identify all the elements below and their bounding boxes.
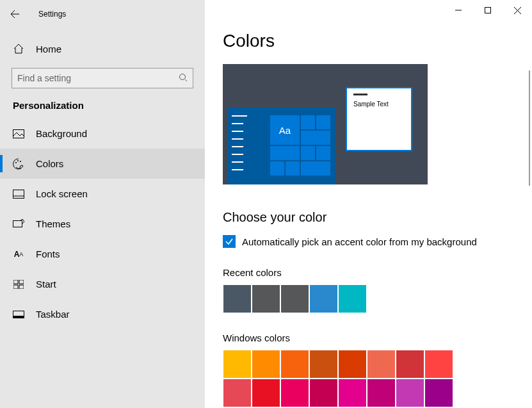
- color-swatch[interactable]: [424, 379, 453, 407]
- preview-desktop: Aa: [228, 108, 335, 184]
- color-swatch[interactable]: [252, 284, 280, 313]
- preview-menu-lines: [232, 115, 264, 177]
- picture-icon: [13, 129, 24, 138]
- nav-label: Lock screen: [36, 188, 88, 199]
- content-area: Colors Aa Sample Text Choose your colo: [205, 0, 532, 408]
- arrow-left-icon: [10, 9, 20, 19]
- svg-rect-9: [13, 285, 18, 289]
- themes-icon: [13, 219, 24, 229]
- nav-label: Colors: [36, 158, 63, 169]
- color-swatch[interactable]: [396, 379, 424, 407]
- preview-aa-tile: Aa: [270, 115, 300, 145]
- window-title: Settings: [38, 10, 66, 19]
- color-swatch[interactable]: [367, 379, 396, 407]
- page-title: Colors: [223, 31, 514, 51]
- search-box[interactable]: [12, 68, 193, 88]
- color-swatch[interactable]: [309, 379, 338, 407]
- home-button[interactable]: Home: [12, 36, 193, 61]
- color-swatch[interactable]: [338, 379, 367, 407]
- svg-point-3: [17, 160, 19, 161]
- color-swatch[interactable]: [223, 350, 252, 379]
- svg-rect-12: [13, 316, 24, 318]
- preview-sample-text: Sample Text: [353, 101, 389, 108]
- svg-rect-13: [485, 8, 491, 13]
- windows-colors-row-1: [223, 350, 514, 379]
- nav-item-themes[interactable]: Themes: [0, 209, 205, 239]
- home-label: Home: [36, 44, 61, 54]
- svg-point-2: [15, 162, 17, 163]
- color-swatch[interactable]: [424, 350, 453, 379]
- window-controls: [444, 0, 532, 20]
- nav-label: Start: [36, 279, 56, 290]
- nav-label: Fonts: [36, 249, 60, 259]
- svg-rect-6: [13, 220, 22, 227]
- nav-item-colors[interactable]: Colors: [0, 149, 205, 179]
- close-button[interactable]: [503, 0, 532, 20]
- color-swatch[interactable]: [252, 379, 280, 407]
- color-swatch[interactable]: [367, 350, 396, 379]
- svg-rect-7: [13, 280, 18, 284]
- taskbar-icon: [13, 311, 24, 318]
- recent-colors-label: Recent colors: [223, 267, 514, 278]
- windows-colors-row-2: [223, 379, 514, 407]
- nav-item-background[interactable]: Background: [0, 118, 205, 149]
- nav-label: Taskbar: [36, 309, 70, 320]
- checkbox-checked-icon: [223, 235, 236, 248]
- color-swatch[interactable]: [280, 350, 309, 379]
- lock-screen-icon: [13, 190, 24, 199]
- fonts-icon: AA: [13, 250, 24, 259]
- svg-point-4: [20, 161, 21, 162]
- color-swatch[interactable]: [280, 284, 309, 313]
- preview-tiles: Aa: [270, 115, 330, 175]
- home-icon: [13, 43, 24, 54]
- nav-list: Background Colors Lock screen Themes AA …: [12, 118, 193, 329]
- search-input[interactable]: [17, 73, 179, 83]
- nav-item-fonts[interactable]: AA Fonts: [0, 239, 205, 269]
- color-swatch[interactable]: [223, 284, 252, 313]
- svg-rect-10: [19, 285, 24, 289]
- recent-colors-row: [223, 284, 514, 313]
- auto-pick-checkbox[interactable]: Automatically pick an accent color from …: [223, 235, 514, 248]
- color-swatch[interactable]: [252, 350, 280, 379]
- color-preview: Aa Sample Text: [223, 64, 428, 184]
- color-swatch[interactable]: [309, 350, 338, 379]
- start-icon: [13, 280, 24, 289]
- section-choose-color: Choose your color: [223, 210, 514, 225]
- color-swatch[interactable]: [396, 350, 424, 379]
- color-swatch[interactable]: [223, 379, 252, 407]
- windows-colors-label: Windows colors: [223, 332, 514, 343]
- auto-pick-label: Automatically pick an accent color from …: [242, 236, 477, 247]
- back-button[interactable]: [5, 4, 24, 24]
- palette-icon: [13, 158, 24, 170]
- nav-item-lock-screen[interactable]: Lock screen: [0, 179, 205, 209]
- maximize-icon: [485, 7, 491, 13]
- search-icon: [179, 73, 188, 84]
- color-swatch[interactable]: [338, 350, 367, 379]
- scrollbar[interactable]: [529, 70, 530, 186]
- svg-point-0: [180, 74, 186, 79]
- sidebar: Settings Home Personalization Background: [0, 0, 205, 408]
- minimize-button[interactable]: [444, 0, 473, 20]
- color-swatch[interactable]: [338, 284, 367, 313]
- category-header: Personalization: [12, 100, 193, 111]
- color-swatch[interactable]: [280, 379, 309, 407]
- nav-label: Background: [36, 128, 87, 139]
- preview-window: Sample Text: [346, 87, 412, 151]
- minimize-icon: [455, 7, 462, 13]
- nav-item-start[interactable]: Start: [0, 269, 205, 299]
- svg-rect-8: [19, 280, 24, 284]
- svg-rect-1: [13, 129, 24, 138]
- color-swatch[interactable]: [309, 284, 338, 313]
- maximize-button[interactable]: [473, 0, 503, 20]
- svg-rect-5: [13, 190, 24, 198]
- nav-item-taskbar[interactable]: Taskbar: [0, 299, 205, 329]
- nav-label: Themes: [36, 218, 70, 229]
- close-icon: [514, 7, 521, 14]
